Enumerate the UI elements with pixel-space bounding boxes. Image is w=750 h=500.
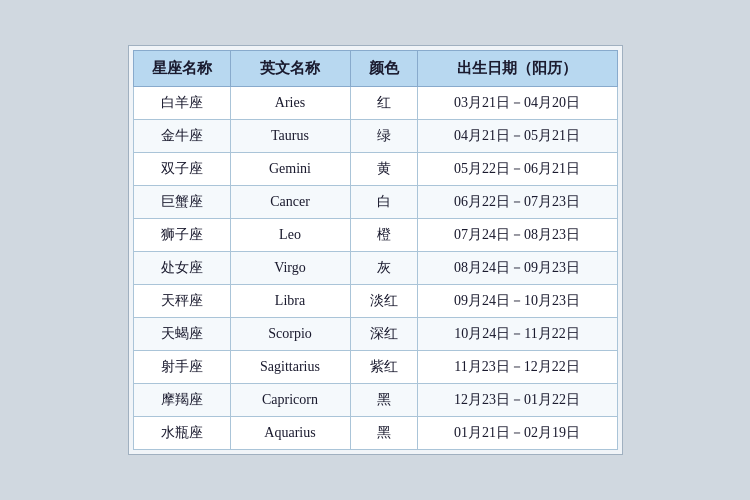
cell-date: 09月24日－10月23日: [417, 285, 617, 318]
cell-en: Virgo: [230, 252, 350, 285]
cell-cn: 天秤座: [133, 285, 230, 318]
cell-cn: 处女座: [133, 252, 230, 285]
cell-color: 黄: [350, 153, 417, 186]
cell-date: 07月24日－08月23日: [417, 219, 617, 252]
table-row: 处女座Virgo灰08月24日－09月23日: [133, 252, 617, 285]
cell-cn: 巨蟹座: [133, 186, 230, 219]
cell-date: 04月21日－05月21日: [417, 120, 617, 153]
table-row: 摩羯座Capricorn黑12月23日－01月22日: [133, 384, 617, 417]
cell-color: 黑: [350, 417, 417, 450]
cell-cn: 水瓶座: [133, 417, 230, 450]
cell-date: 01月21日－02月19日: [417, 417, 617, 450]
cell-cn: 双子座: [133, 153, 230, 186]
cell-en: Sagittarius: [230, 351, 350, 384]
cell-en: Cancer: [230, 186, 350, 219]
cell-color: 红: [350, 87, 417, 120]
cell-date: 05月22日－06月21日: [417, 153, 617, 186]
cell-date: 12月23日－01月22日: [417, 384, 617, 417]
cell-color: 绿: [350, 120, 417, 153]
cell-cn: 天蝎座: [133, 318, 230, 351]
cell-en: Capricorn: [230, 384, 350, 417]
cell-date: 03月21日－04月20日: [417, 87, 617, 120]
cell-color: 深红: [350, 318, 417, 351]
table-row: 金牛座Taurus绿04月21日－05月21日: [133, 120, 617, 153]
cell-en: Aries: [230, 87, 350, 120]
cell-date: 10月24日－11月22日: [417, 318, 617, 351]
cell-en: Taurus: [230, 120, 350, 153]
cell-color: 黑: [350, 384, 417, 417]
cell-en: Aquarius: [230, 417, 350, 450]
cell-en: Gemini: [230, 153, 350, 186]
table-row: 双子座Gemini黄05月22日－06月21日: [133, 153, 617, 186]
table-row: 水瓶座Aquarius黑01月21日－02月19日: [133, 417, 617, 450]
cell-en: Libra: [230, 285, 350, 318]
zodiac-table: 星座名称 英文名称 颜色 出生日期（阳历） 白羊座Aries红03月21日－04…: [133, 50, 618, 450]
cell-date: 11月23日－12月22日: [417, 351, 617, 384]
table-row: 白羊座Aries红03月21日－04月20日: [133, 87, 617, 120]
cell-en: Leo: [230, 219, 350, 252]
table-row: 狮子座Leo橙07月24日－08月23日: [133, 219, 617, 252]
cell-color: 淡红: [350, 285, 417, 318]
cell-cn: 摩羯座: [133, 384, 230, 417]
cell-color: 紫红: [350, 351, 417, 384]
cell-color: 灰: [350, 252, 417, 285]
cell-cn: 狮子座: [133, 219, 230, 252]
table-row: 射手座Sagittarius紫红11月23日－12月22日: [133, 351, 617, 384]
cell-cn: 金牛座: [133, 120, 230, 153]
table-row: 巨蟹座Cancer白06月22日－07月23日: [133, 186, 617, 219]
table-row: 天秤座Libra淡红09月24日－10月23日: [133, 285, 617, 318]
header-cn: 星座名称: [133, 51, 230, 87]
cell-cn: 射手座: [133, 351, 230, 384]
cell-color: 橙: [350, 219, 417, 252]
zodiac-table-container: 星座名称 英文名称 颜色 出生日期（阳历） 白羊座Aries红03月21日－04…: [128, 45, 623, 455]
cell-date: 06月22日－07月23日: [417, 186, 617, 219]
header-color: 颜色: [350, 51, 417, 87]
cell-en: Scorpio: [230, 318, 350, 351]
header-date: 出生日期（阳历）: [417, 51, 617, 87]
table-header-row: 星座名称 英文名称 颜色 出生日期（阳历）: [133, 51, 617, 87]
cell-date: 08月24日－09月23日: [417, 252, 617, 285]
table-row: 天蝎座Scorpio深红10月24日－11月22日: [133, 318, 617, 351]
cell-cn: 白羊座: [133, 87, 230, 120]
cell-color: 白: [350, 186, 417, 219]
header-en: 英文名称: [230, 51, 350, 87]
